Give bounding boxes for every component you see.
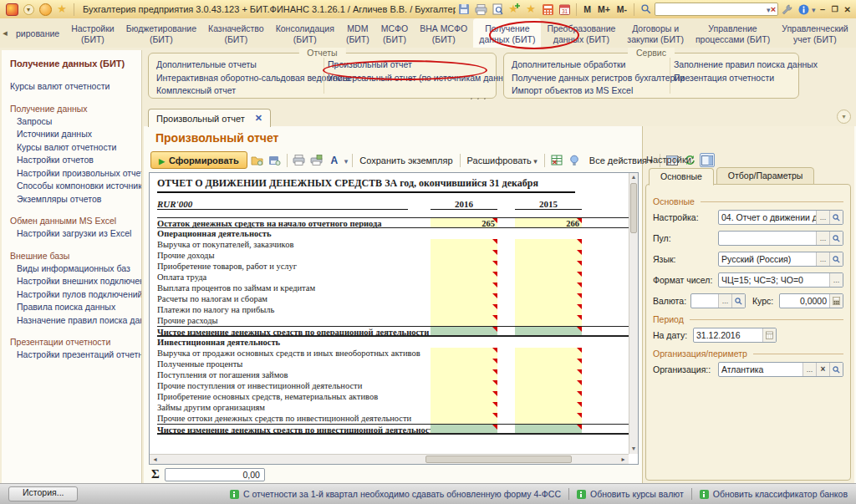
cell-2016[interactable] [431, 327, 497, 335]
memory-mminus-button[interactable]: M- [614, 4, 630, 14]
ribbon-tab-msfo[interactable]: МСФО(БИТ) [375, 18, 414, 48]
cell-2015[interactable] [515, 425, 582, 433]
number-format-input[interactable]: ЧЦ=15; ЧС=3; ЧО=0 ... [718, 272, 843, 288]
info-icon[interactable] [796, 2, 811, 17]
statusbar-message-currency[interactable]: Обновить курсы валют [577, 489, 684, 499]
cell-2016[interactable] [431, 293, 497, 304]
ribbon-scroll-left-icon[interactable] [0, 18, 10, 48]
report-row[interactable]: Оплата труда [157, 272, 629, 283]
cell-2015[interactable] [515, 315, 582, 326]
cell-2015[interactable] [515, 402, 582, 413]
cell-2015[interactable] [515, 327, 582, 335]
link-zapolnenie-pravil[interactable]: Заполнение правил поиска данных [674, 59, 818, 72]
ribbon-tab-preobrazovanie[interactable]: Преобразованиеданных (БИТ) [541, 18, 621, 48]
cell-2016[interactable] [431, 239, 497, 250]
ribbon-tab-nastroyki[interactable]: Настройки(БИТ) [65, 18, 120, 48]
statusbar-message-banks[interactable]: Обновить классификатор банков [700, 489, 848, 499]
cell-2016[interactable] [431, 315, 497, 326]
sidebar-item-kursy-valyut[interactable]: Курсы валют отчетности [10, 80, 141, 94]
cell-2015[interactable] [515, 239, 582, 250]
horizontal-scrollbar[interactable]: ◂ ▸ [150, 454, 629, 464]
cell-2016[interactable]: 265 [431, 218, 497, 227]
sidebar-item-kursy[interactable]: Курсы валют отчетности [17, 141, 141, 155]
memory-mplus-button[interactable]: M+ [594, 4, 614, 14]
choose-button[interactable]: ... [802, 363, 816, 376]
ribbon-tab-vna-msfo[interactable]: ВНА МСФО(БИТ) [414, 18, 473, 48]
link-universalnyy-otchet[interactable]: Универсальный отчет (по источникам данны… [328, 72, 517, 85]
link-interaktivnaya-osv[interactable]: Интерактивная оборотно-сальдовая ведомос… [156, 72, 350, 85]
memory-m-button[interactable]: M [580, 4, 594, 14]
calculator-small-icon[interactable] [829, 294, 843, 308]
font-dropdown-icon[interactable] [344, 155, 349, 165]
cell-2016[interactable] [431, 359, 497, 369]
panel-resize-grip[interactable] [471, 98, 492, 102]
document-tab[interactable]: Произвольный отчет [148, 109, 271, 127]
cell-2015[interactable] [515, 369, 582, 380]
language-input[interactable]: Русский (Россия) ... [718, 252, 843, 267]
sidebar-item-zagruzka-excel[interactable]: Настройки загрузки из Excel [17, 227, 141, 241]
report-title[interactable]: ОТЧЕТ О ДВИЖЕНИИ ДЕНЕЖНЫХ СРЕДСТВ ЗА год… [157, 177, 575, 193]
report-row[interactable]: Чистое изменение денежных средств по инв… [157, 424, 629, 435]
link-proizvolnyy-otchet[interactable]: Произвольный отчет [328, 59, 517, 72]
save-instance-button[interactable]: Сохранить экземпляр [357, 155, 455, 165]
report-row[interactable]: Поступления от погашения займов [157, 369, 629, 380]
organization-input[interactable]: Атлантика ... [718, 362, 843, 377]
clear-icon[interactable] [816, 363, 829, 376]
report-row[interactable]: Займы другим организациям [157, 402, 629, 413]
calendar-icon[interactable]: 31 [557, 2, 572, 17]
report-row[interactable]: Выплата процентов по займам и кредитам [157, 283, 629, 293]
cell-2016[interactable] [431, 425, 497, 433]
cell-2015[interactable] [515, 413, 582, 424]
cell-2015[interactable] [515, 261, 582, 272]
report-row[interactable]: Прочие оттоки денежных средств по инвест… [157, 413, 629, 424]
sidebar-item-vneshnie-podklyucheniya[interactable]: Настройки внешних подключений [17, 275, 141, 288]
report-row[interactable]: Полученные проценты [157, 359, 629, 369]
report-row[interactable]: Операционная деятельность [157, 228, 629, 239]
setting-input[interactable]: 04. Отчет о движении денежн ... [718, 210, 843, 225]
settings-panel-toggle-icon[interactable] [700, 153, 715, 167]
calculator-icon[interactable] [540, 2, 555, 17]
cell-2016[interactable] [431, 380, 497, 391]
report-col-2016[interactable]: 2016 [431, 199, 497, 210]
calendar-small-icon[interactable] [762, 328, 776, 342]
report-row[interactable]: Платежи по налогу на прибыль [157, 304, 629, 315]
rate-input[interactable]: 0,0000 [779, 293, 843, 308]
ribbon-tab-truncated[interactable]: рирование [10, 18, 65, 48]
link-poluchenie-registrov[interactable]: Получение данных регистров бухгалтерии [512, 72, 685, 85]
choose-button[interactable]: ... [816, 252, 829, 266]
scroll-thumb[interactable] [425, 456, 572, 463]
report-row[interactable]: Выручка от продажи основных средств и ин… [157, 348, 629, 359]
cell-2015[interactable] [515, 380, 582, 391]
scroll-right-icon[interactable]: ▸ [618, 456, 629, 463]
cell-2016[interactable] [431, 348, 497, 359]
report-row[interactable]: Приобретение основных средств, нематериа… [157, 391, 629, 402]
scroll-left-icon[interactable]: ◂ [150, 456, 160, 463]
link-dopolnitelnye-otchety[interactable]: Дополнительные отчеты [156, 59, 350, 72]
pool-input[interactable]: ... [718, 231, 843, 246]
cell-2015[interactable] [515, 283, 582, 293]
cell-2016[interactable] [431, 283, 497, 293]
ribbon-tab-mdm[interactable]: MDM(БИТ) [340, 18, 375, 48]
sidebar-item-puly[interactable]: Настройки пулов подключений [17, 288, 141, 302]
cell-2016[interactable] [431, 261, 497, 272]
cell-2015[interactable] [515, 304, 582, 315]
search-clear-icon[interactable] [771, 4, 776, 14]
sidebar-item-sposoby-komponovki[interactable]: Способы компоновки источник... [17, 180, 141, 193]
cell-2015[interactable] [515, 359, 582, 369]
sidebar-item-prezentatsii[interactable]: Настройки презентаций отчетн... [17, 349, 141, 362]
favorite-star-icon[interactable]: ★ [523, 2, 538, 17]
ribbon-tab-konsolidatsiya[interactable]: Консолидация(БИТ) [270, 18, 340, 48]
open-magnifier-icon[interactable] [829, 211, 843, 224]
minimize-button[interactable] [818, 3, 828, 16]
ribbon-tab-poluchenie-dannyh[interactable]: Получениеданных (БИТ) [473, 18, 541, 48]
cell-2016[interactable] [431, 304, 497, 315]
cell-2015[interactable] [515, 293, 582, 304]
ribbon-tab-dogovory[interactable]: Договоры изакупки (БИТ) [621, 18, 690, 48]
sidebar-item-istochniki[interactable]: Источники данных [17, 128, 141, 141]
open-magnifier-icon[interactable] [731, 294, 745, 308]
ribbon-tab-upravlenie-protsessami[interactable]: Управлениепроцессами (БИТ) [690, 18, 776, 48]
main-menu-button[interactable] [21, 2, 36, 17]
link-import-ms-excel[interactable]: Импорт объектов из MS Excel [512, 84, 685, 98]
cell-2016[interactable] [431, 272, 497, 283]
tab-otbor-parametry[interactable]: Отбор/Параметры [716, 167, 815, 185]
